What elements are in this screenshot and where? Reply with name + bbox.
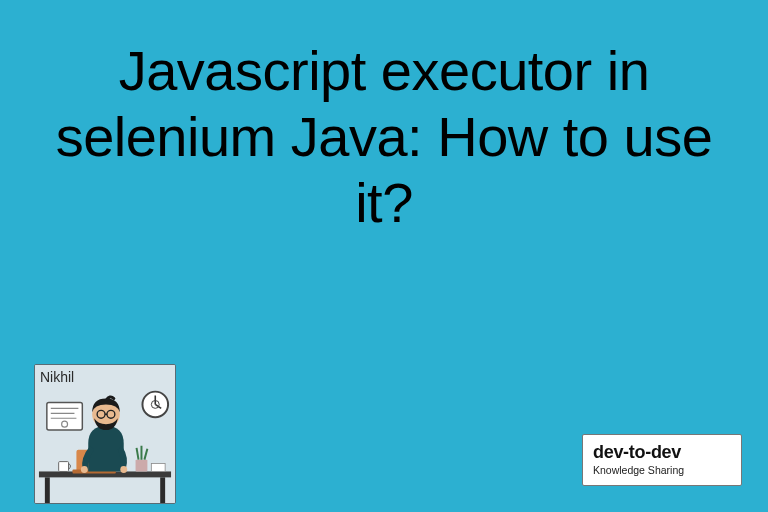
svg-rect-1	[47, 402, 82, 430]
brand-subtitle: Knowledge Sharing	[593, 464, 731, 476]
brand-card: dev-to-dev Knowledge Sharing	[582, 434, 742, 486]
svg-point-22	[81, 466, 88, 473]
svg-rect-21	[59, 462, 69, 472]
author-name: Nikhil	[40, 369, 74, 385]
developer-illustration-icon	[35, 365, 175, 503]
svg-rect-11	[45, 477, 50, 503]
svg-rect-12	[160, 477, 165, 503]
page-title: Javascript executor in selenium Java: Ho…	[0, 38, 768, 236]
svg-rect-20	[151, 464, 165, 472]
svg-rect-16	[136, 460, 148, 472]
author-card: Nikhil	[34, 364, 176, 504]
brand-title: dev-to-dev	[593, 442, 731, 463]
svg-point-23	[120, 466, 127, 473]
